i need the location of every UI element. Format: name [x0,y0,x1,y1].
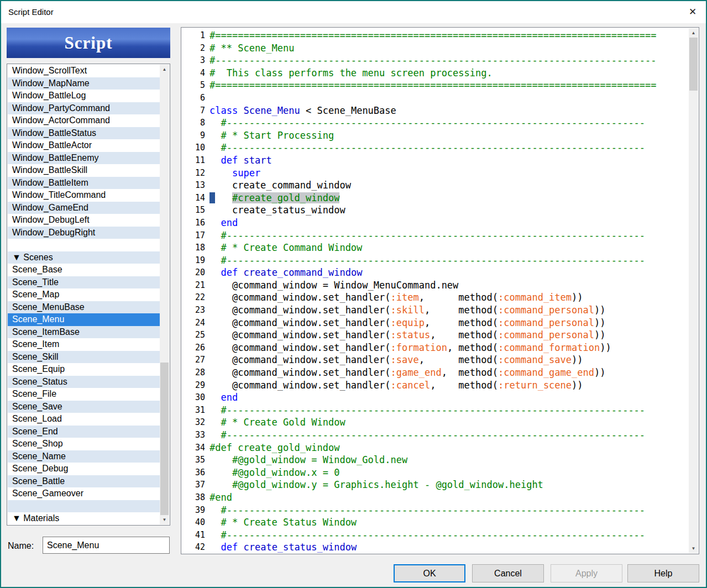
script-list-item[interactable]: Scene_MenuBase [8,301,160,314]
code-line[interactable]: 33 #------------------------------------… [182,429,689,442]
code-line[interactable]: 10 #------------------------------------… [182,141,689,154]
code-line[interactable]: 11 def start [182,154,689,167]
code-line[interactable]: 23 @command_window.set_handler(:skill, m… [182,304,689,317]
script-list-item[interactable]: Window_TitleCommand [8,189,160,202]
script-list-item[interactable]: Scene_Skill [8,351,160,364]
code-area[interactable]: 1#======================================… [182,28,689,553]
code-line[interactable]: 6 [182,92,689,104]
script-list-item[interactable]: Window_BattleStatus [8,127,160,140]
code-line[interactable]: 12 super [182,167,689,180]
code-line[interactable]: 1#======================================… [182,29,689,42]
code-line[interactable]: 2# ** Scene_Menu [182,42,689,55]
script-list-item[interactable]: Scene_Debug [8,463,160,475]
code-line[interactable]: 22 @command_window.set_handler(:item, me… [182,291,689,304]
code-editor[interactable]: 1#======================================… [181,27,699,554]
code-line[interactable]: 29 @command_window.set_handler(:cancel, … [182,379,689,392]
scroll-down-icon[interactable]: ▼ [689,544,698,553]
script-list-blank[interactable] [8,239,160,251]
name-input[interactable] [43,537,170,554]
code-line[interactable]: 30 end [182,391,689,404]
code-line[interactable]: 38#end [182,491,689,504]
ok-button[interactable]: OK [394,564,465,582]
code-line[interactable]: 35 #@gold_window = Window_Gold.new [182,454,689,466]
script-list-item[interactable]: Window_PartyCommand [8,102,160,115]
close-icon[interactable]: ✕ [685,4,700,20]
script-list-item[interactable]: Scene_Item [8,338,160,351]
code-line[interactable]: 42 def create_status_window [182,541,689,553]
script-list-item[interactable]: Scene_Save [8,401,160,413]
editor-scrollbar-thumb[interactable] [689,38,698,91]
script-list-item[interactable]: Scene_ItemBase [8,326,160,339]
script-list-item[interactable]: Scene_Gameover [8,487,160,500]
code-line[interactable]: 32 # * Create Gold Window [182,416,689,429]
code-line[interactable]: 39 #------------------------------------… [182,504,689,517]
script-list-item[interactable]: Window_BattleLog [8,90,160,102]
code-line[interactable]: 8 #-------------------------------------… [182,117,689,129]
script-list-item[interactable]: Scene_Battle [8,475,160,488]
script-list-item[interactable]: Window_BattleSkill [8,164,160,177]
scroll-up-icon[interactable]: ▲ [689,28,698,38]
scroll-up-icon[interactable]: ▲ [160,65,169,74]
code-line[interactable]: 15 create_status_window [182,204,689,217]
script-list-blank[interactable] [8,500,160,513]
code-line[interactable]: 27 @command_window.set_handler(:save, me… [182,354,689,366]
code-line[interactable]: 5#======================================… [182,79,689,92]
list-scrollbar[interactable]: ▲ ▼ [160,65,169,524]
titlebar: Script Editor ✕ [1,1,706,23]
code-line[interactable]: 3#--------------------------------------… [182,54,689,67]
code-line[interactable]: 28 @command_window.set_handler(:game_end… [182,366,689,379]
code-text: @command_window.set_handler(:formation, … [210,342,689,354]
code-line[interactable]: 16 end [182,217,689,229]
code-line[interactable]: 26 @command_window.set_handler(:formatio… [182,342,689,354]
script-list-item[interactable]: Window_BattleActor [8,139,160,152]
code-line[interactable]: 18 # * Create Command Window [182,242,689,254]
code-line[interactable]: 24 @command_window.set_handler(:equip, m… [182,317,689,329]
script-list-item[interactable]: Scene_End [8,426,160,438]
script-list-item[interactable]: Window_DebugLeft [8,214,160,227]
script-list-item[interactable]: Scene_Map [8,288,160,301]
script-list-item[interactable]: Window_ScrollText [8,65,160,77]
script-list-item[interactable]: Scene_Menu [8,313,160,326]
cancel-button[interactable]: Cancel [472,564,544,582]
script-list-item[interactable]: Window_MapName [8,77,160,90]
script-list-item[interactable]: Window_BattleItem [8,177,160,190]
script-list-item[interactable]: Scene_Title [8,276,160,289]
code-line[interactable]: 13 create_command_window [182,179,689,192]
code-line[interactable]: 37 #@gold_window.y = Graphics.height - @… [182,479,689,491]
help-button[interactable]: Help [627,564,699,582]
code-line[interactable]: 17 #------------------------------------… [182,229,689,242]
script-group-row[interactable]: ▼ Scenes [8,251,160,264]
code-line[interactable]: 14 #create_gold_window [182,192,689,204]
code-line[interactable]: 4# This class performs the menu screen p… [182,67,689,80]
code-line[interactable]: 20 def create_command_window [182,266,689,279]
code-line[interactable]: 41 #------------------------------------… [182,529,689,542]
scroll-down-icon[interactable]: ▼ [160,515,169,524]
code-line[interactable]: 34#def create_gold_window [182,442,689,454]
line-number: 30 [182,391,210,404]
script-list-item[interactable]: Window_DebugRight [8,227,160,239]
code-text: #---------------------------------------… [210,529,689,542]
code-line[interactable]: 36 #@gold_window.x = 0 [182,466,689,479]
line-number: 24 [182,317,210,329]
code-line[interactable]: 9 # * Start Processing [182,129,689,142]
script-list-item[interactable]: Scene_Name [8,450,160,463]
script-list-item[interactable]: Window_BattleEnemy [8,152,160,165]
script-list-item[interactable]: Scene_Shop [8,438,160,450]
list-scrollbar-thumb[interactable] [160,363,169,515]
code-line[interactable]: 7class Scene_Menu < Scene_MenuBase [182,104,689,117]
script-list-item[interactable]: Scene_Status [8,376,160,389]
script-list-item[interactable]: Window_GameEnd [8,202,160,214]
editor-scrollbar[interactable]: ▲ ▼ [689,28,698,553]
script-list-item[interactable]: Scene_File [8,388,160,401]
script-list-item[interactable]: Scene_Equip [8,363,160,376]
code-line[interactable]: 21 @command_window = Window_MenuCommand.… [182,279,689,292]
code-text: # This class performs the menu screen pr… [210,67,689,80]
code-line[interactable]: 25 @command_window.set_handler(:status, … [182,329,689,342]
script-list-item[interactable]: Window_ActorCommand [8,114,160,127]
code-line[interactable]: 31 #------------------------------------… [182,404,689,417]
code-line[interactable]: 19 #------------------------------------… [182,254,689,267]
script-list-item[interactable]: Scene_Base [8,264,160,276]
code-line[interactable]: 40 # * Create Status Window [182,516,689,529]
script-group-row[interactable]: ▼ Materials [8,512,160,524]
script-list-item[interactable]: Scene_Load [8,413,160,426]
